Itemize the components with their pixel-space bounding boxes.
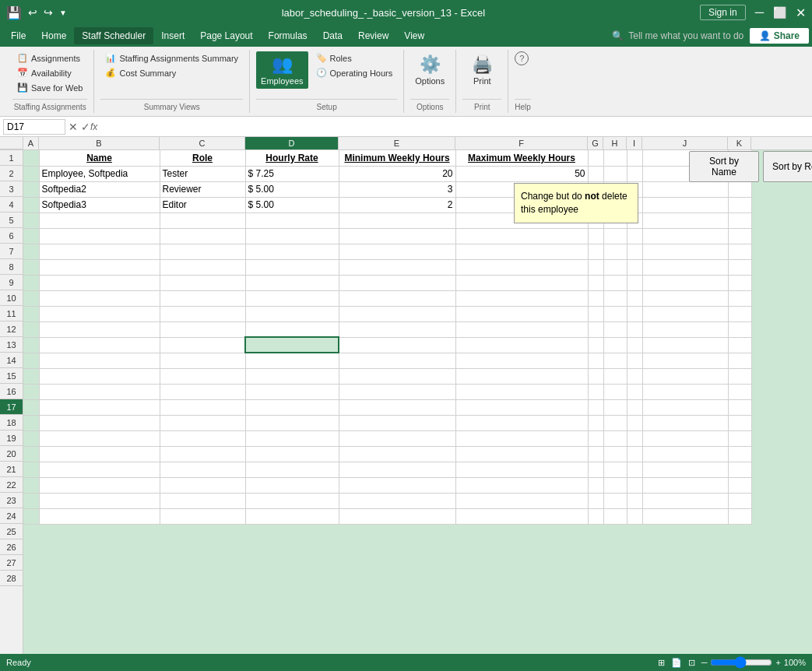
- sort-by-name-button[interactable]: Sort by Name: [689, 151, 759, 182]
- cell-d1[interactable]: Hourly Rate: [245, 150, 339, 166]
- row-num-4[interactable]: 4: [0, 197, 23, 213]
- row-num-5[interactable]: 5: [0, 213, 23, 228]
- options-button[interactable]: ⚙️ Options: [410, 51, 449, 89]
- staffing-summary-button[interactable]: 📊 Staffing Assignments Summary: [100, 51, 243, 65]
- cell-d17[interactable]: [245, 337, 339, 353]
- roles-button[interactable]: 🏷️ Roles: [311, 51, 398, 65]
- page-layout-icon[interactable]: 📄: [671, 658, 682, 668]
- col-header-e[interactable]: E: [339, 137, 455, 149]
- row-num-15[interactable]: 15: [0, 368, 23, 384]
- cell-h17[interactable]: [603, 337, 627, 353]
- normal-view-icon[interactable]: ⊞: [658, 658, 665, 668]
- cell-k17[interactable]: [728, 337, 751, 353]
- zoom-in-icon[interactable]: +: [775, 658, 780, 667]
- help-button[interactable]: ?: [515, 51, 529, 65]
- cell-c1[interactable]: Role: [160, 150, 245, 166]
- cell-i1[interactable]: [627, 150, 642, 166]
- row-num-7[interactable]: 7: [0, 244, 23, 259]
- customize-icon[interactable]: ▼: [59, 9, 67, 17]
- cell-b1[interactable]: Name: [39, 150, 160, 166]
- cell-d2[interactable]: $ 7.25: [245, 166, 339, 181]
- menu-review[interactable]: Review: [350, 27, 396, 44]
- cell-j3[interactable]: [642, 181, 728, 197]
- row-num-10[interactable]: 10: [0, 290, 23, 306]
- cell-i17[interactable]: [627, 337, 642, 353]
- availability-button[interactable]: 📅 Availability: [12, 66, 87, 79]
- col-header-i[interactable]: I: [627, 137, 642, 149]
- menu-page-layout[interactable]: Page Layout: [192, 27, 260, 44]
- assignments-button[interactable]: 📋 Assignments: [12, 51, 87, 65]
- menu-insert[interactable]: Insert: [153, 27, 192, 44]
- undo-icon[interactable]: ↩: [28, 6, 37, 19]
- row-num-12[interactable]: 12: [0, 321, 23, 337]
- menu-formulas[interactable]: Formulas: [261, 27, 315, 44]
- zoom-out-icon[interactable]: ─: [701, 658, 708, 667]
- share-button[interactable]: 👤 Share: [750, 28, 809, 44]
- menu-home[interactable]: Home: [33, 27, 74, 44]
- save-icon[interactable]: 💾: [6, 5, 22, 20]
- cost-summary-button[interactable]: 💰 Cost Summary: [100, 66, 243, 79]
- cell-g1[interactable]: [588, 150, 603, 166]
- row-num-21[interactable]: 21: [0, 462, 23, 477]
- redo-icon[interactable]: ↪: [44, 6, 53, 19]
- cell-d4[interactable]: $ 5.00: [245, 197, 339, 213]
- cancel-formula-icon[interactable]: ✕: [69, 121, 78, 133]
- cell-g17[interactable]: [588, 337, 603, 353]
- cell-f1[interactable]: Maximum Weekly Hours: [455, 150, 588, 166]
- col-header-j[interactable]: J: [642, 137, 728, 149]
- menu-view[interactable]: View: [396, 27, 432, 44]
- cell-d3[interactable]: $ 5.00: [245, 181, 339, 197]
- cell-e2[interactable]: 20: [339, 166, 455, 181]
- col-header-f[interactable]: F: [455, 137, 588, 149]
- col-header-g[interactable]: G: [588, 137, 603, 149]
- cell-e5[interactable]: [339, 213, 455, 228]
- col-header-k[interactable]: K: [728, 137, 751, 149]
- cell-i2[interactable]: [627, 166, 642, 181]
- employees-button[interactable]: 👥 Employees: [256, 51, 308, 89]
- row-num-3[interactable]: 3: [0, 181, 23, 197]
- cell-b17[interactable]: [39, 337, 160, 353]
- row-num-1[interactable]: 1: [0, 150, 23, 166]
- row-num-16[interactable]: 16: [0, 384, 23, 399]
- row-num-9[interactable]: 9: [0, 275, 23, 290]
- cell-g2[interactable]: [588, 166, 603, 181]
- cell-c17[interactable]: [160, 337, 245, 353]
- col-header-b[interactable]: B: [39, 137, 160, 149]
- cell-a1[interactable]: [23, 150, 39, 166]
- cell-b6[interactable]: [39, 228, 160, 244]
- cell-h2[interactable]: [603, 166, 627, 181]
- col-header-c[interactable]: C: [160, 137, 245, 149]
- row-num-23[interactable]: 23: [0, 493, 23, 508]
- row-num-26[interactable]: 26: [0, 539, 23, 555]
- row-num-18[interactable]: 18: [0, 415, 23, 430]
- cell-e17[interactable]: [339, 337, 455, 353]
- sign-in-button[interactable]: Sign in: [700, 5, 746, 20]
- col-header-h[interactable]: H: [603, 137, 627, 149]
- row-num-24[interactable]: 24: [0, 508, 23, 524]
- cell-b5[interactable]: [39, 213, 160, 228]
- row-num-27[interactable]: 27: [0, 555, 23, 571]
- save-for-web-button[interactable]: 💾 Save for Web: [12, 81, 87, 94]
- cell-e1[interactable]: Minimum Weekly Hours: [339, 150, 455, 166]
- cell-h1[interactable]: [603, 150, 627, 166]
- cell-j17[interactable]: [642, 337, 728, 353]
- row-num-6[interactable]: 6: [0, 228, 23, 244]
- menu-data[interactable]: Data: [315, 27, 350, 44]
- cell-e4[interactable]: 2: [339, 197, 455, 213]
- cell-reference[interactable]: D17: [3, 119, 65, 135]
- cell-k4[interactable]: [728, 197, 751, 213]
- tell-me-text[interactable]: Tell me what you want to do: [628, 30, 743, 41]
- cell-c4[interactable]: Editor: [160, 197, 245, 213]
- restore-icon[interactable]: ⬜: [773, 6, 786, 19]
- menu-staff-scheduler[interactable]: Staff Scheduler: [74, 27, 153, 44]
- cell-k3[interactable]: [728, 181, 751, 197]
- cell-j4[interactable]: [642, 197, 728, 213]
- row-num-11[interactable]: 11: [0, 306, 23, 321]
- cell-a4[interactable]: [23, 197, 39, 213]
- row-num-22[interactable]: 22: [0, 477, 23, 493]
- menu-file[interactable]: File: [3, 27, 33, 44]
- row-num-13[interactable]: 13: [0, 337, 23, 353]
- cell-f17[interactable]: [455, 337, 588, 353]
- row-num-25[interactable]: 25: [0, 524, 23, 539]
- row-num-20[interactable]: 20: [0, 446, 23, 462]
